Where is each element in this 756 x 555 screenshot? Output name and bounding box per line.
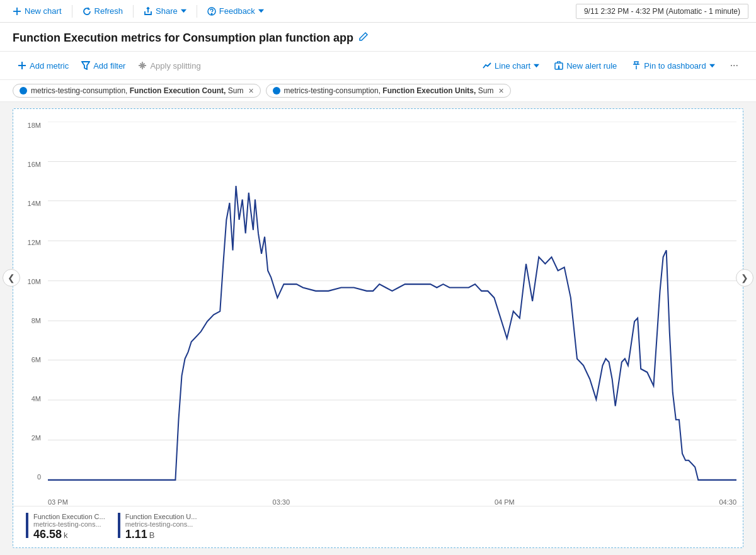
new-alert-rule-label: New alert rule: [566, 61, 617, 71]
add-filter-button[interactable]: Add filter: [76, 58, 130, 74]
x-label-0430: 04:30: [719, 498, 736, 506]
legend-text-2: Function Execution U... metrics-testing-…: [125, 513, 197, 541]
x-axis-labels: 03 PM 03:30 04 PM 04:30: [48, 498, 736, 506]
add-metric-button[interactable]: Add metric: [13, 58, 74, 74]
chip-text-2: metrics-testing-consumption, Function Ex…: [284, 86, 494, 95]
chart-container: 0 2M 4M 6M 8M 10M 12M 14M 16M 18M: [13, 108, 743, 548]
chip-icon-execution-count: [20, 87, 27, 94]
top-bar: New chart Refresh Share Feedback 9/11 2:…: [0, 0, 756, 23]
chip-icon-execution-units: [273, 87, 280, 94]
legend-item-execution-count: Function Execution C... metrics-testing-…: [26, 513, 105, 541]
edit-icon[interactable]: [358, 31, 369, 45]
feedback-button[interactable]: Feedback: [202, 3, 269, 19]
x-label-03pm: 03 PM: [48, 498, 68, 506]
y-label-8m: 8M: [13, 317, 41, 324]
nav-arrow-left[interactable]: ❮: [3, 269, 20, 287]
chart-line: [48, 186, 736, 480]
feedback-label: Feedback: [219, 6, 255, 16]
add-filter-label: Add filter: [93, 61, 125, 71]
new-chart-label: New chart: [25, 6, 62, 16]
pin-to-dashboard-button[interactable]: Pin to dashboard: [627, 58, 719, 74]
legend-sub-2: metrics-testing-cons...: [125, 520, 197, 528]
y-label-18m: 18M: [13, 122, 41, 129]
page-header: Function Execution metrics for Consumpti…: [0, 23, 756, 52]
legend-name-1: Function Execution C...: [33, 513, 105, 520]
page-title: Function Execution metrics for Consumpti…: [13, 31, 743, 45]
chip-text-1: metrics-testing-consumption, Function Ex…: [31, 86, 243, 95]
metrics-toolbar: Add metric Add filter Apply splitting Li…: [0, 52, 756, 80]
separator2: [133, 5, 134, 18]
legend-color-bar-2: [118, 513, 120, 538]
separator: [72, 5, 72, 18]
share-label: Share: [156, 6, 178, 16]
legend-text-1: Function Execution C... metrics-testing-…: [33, 513, 105, 541]
legend-sub-1: metrics-testing-cons...: [33, 520, 105, 528]
chip-close-execution-count[interactable]: ×: [247, 86, 255, 95]
refresh-button[interactable]: Refresh: [77, 3, 129, 19]
chart-area: 0 2M 4M 6M 8M 10M 12M 14M 16M 18M: [13, 115, 743, 506]
line-chart-svg: [48, 122, 736, 481]
chip-row: metrics-testing-consumption, Function Ex…: [0, 80, 756, 102]
y-label-16m: 16M: [13, 161, 41, 168]
more-options-button[interactable]: ···: [725, 57, 743, 74]
legend-value-1: 46.58 k: [33, 528, 105, 541]
chip-execution-units: metrics-testing-consumption, Function Ex…: [266, 84, 511, 98]
svg-point-4: [211, 13, 212, 14]
new-chart-button[interactable]: New chart: [8, 3, 67, 19]
top-bar-left: New chart Refresh Share Feedback: [8, 3, 269, 19]
x-label-04pm: 04 PM: [495, 498, 515, 506]
separator3: [197, 5, 197, 18]
y-axis-labels: 0 2M 4M 6M 8M 10M 12M 14M 16M 18M: [13, 122, 45, 481]
apply-splitting-label: Apply splitting: [150, 61, 200, 71]
y-label-4m: 4M: [13, 395, 41, 403]
legend-value-2: 1.11 B: [125, 528, 197, 541]
svg-marker-7: [82, 62, 89, 69]
share-button[interactable]: Share: [139, 3, 192, 19]
pin-to-dashboard-label: Pin to dashboard: [644, 61, 706, 71]
y-label-6m: 6M: [13, 356, 41, 363]
apply-splitting-button[interactable]: Apply splitting: [133, 58, 205, 74]
svg-point-9: [558, 67, 559, 69]
y-label-12m: 12M: [13, 239, 41, 246]
line-chart-button[interactable]: Line chart: [478, 58, 544, 74]
chart-legend: Function Execution C... metrics-testing-…: [13, 506, 743, 547]
chip-close-execution-units[interactable]: ×: [497, 86, 505, 95]
x-label-0330: 03:30: [273, 498, 290, 506]
toolbar-left: Add metric Add filter Apply splitting: [13, 58, 206, 74]
legend-color-bar-1: [26, 513, 28, 538]
add-metric-label: Add metric: [30, 61, 69, 71]
toolbar-right: Line chart New alert rule Pin to dashboa…: [478, 57, 743, 74]
y-label-14m: 14M: [13, 200, 41, 207]
time-range[interactable]: 9/11 2:32 PM - 4:32 PM (Automatic - 1 mi…: [576, 4, 748, 19]
refresh-label: Refresh: [94, 6, 123, 16]
chip-execution-count: metrics-testing-consumption, Function Ex…: [13, 84, 261, 98]
legend-name-2: Function Execution U...: [125, 513, 197, 520]
y-label-2m: 2M: [13, 434, 41, 442]
line-chart-label: Line chart: [495, 61, 530, 71]
new-alert-rule-button[interactable]: New alert rule: [549, 58, 622, 74]
y-label-0: 0: [13, 473, 41, 481]
legend-item-execution-units: Function Execution U... metrics-testing-…: [118, 513, 197, 541]
nav-arrow-right[interactable]: ❯: [736, 269, 753, 287]
